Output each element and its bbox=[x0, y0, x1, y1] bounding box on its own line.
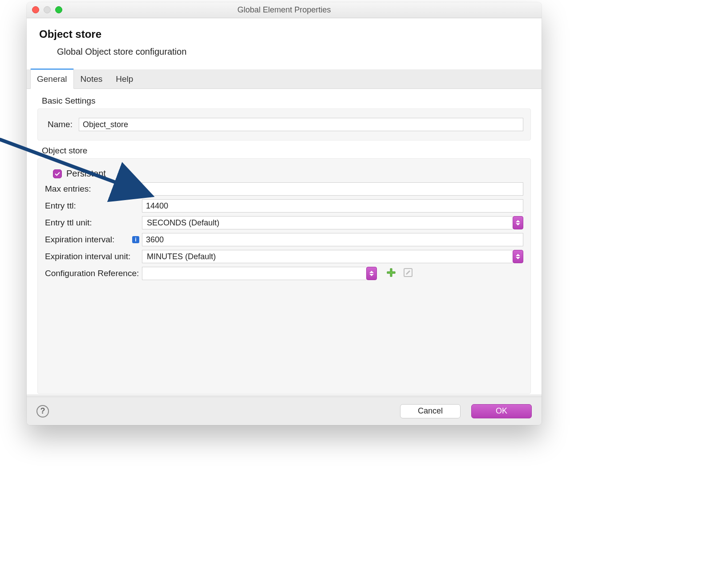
dialog-header: Object store Global Object store configu… bbox=[27, 18, 542, 69]
object-store-panel: Persistent Max entries: Entry ttl: Entry… bbox=[37, 158, 531, 394]
chevron-updown-icon bbox=[513, 250, 523, 263]
configuration-reference-label: Configuration Reference: bbox=[45, 269, 142, 278]
ok-button[interactable]: OK bbox=[471, 404, 532, 418]
configuration-reference-value bbox=[142, 267, 366, 280]
configuration-reference-select[interactable] bbox=[142, 267, 377, 280]
dialog-footer: ? Cancel OK bbox=[27, 397, 542, 425]
tab-content: Basic Settings Name: Object store Persis… bbox=[27, 88, 542, 394]
tab-bar: General Notes Help bbox=[27, 69, 542, 89]
basic-settings-label: Basic Settings bbox=[42, 96, 529, 106]
object-store-label: Object store bbox=[42, 146, 529, 156]
basic-settings-panel: Name: bbox=[37, 108, 531, 140]
expiration-interval-unit-value: MINUTES (Default) bbox=[142, 250, 513, 263]
entry-ttl-unit-select[interactable]: SECONDS (Default) bbox=[142, 216, 523, 229]
minimize-window-button[interactable] bbox=[44, 6, 51, 13]
help-icon[interactable]: ? bbox=[36, 405, 49, 417]
titlebar: Global Element Properties bbox=[27, 2, 542, 18]
window-title: Global Element Properties bbox=[237, 5, 331, 15]
tab-general[interactable]: General bbox=[30, 68, 74, 89]
expiration-interval-label-wrap: Expiration interval: i bbox=[45, 235, 142, 245]
max-entries-input[interactable] bbox=[142, 182, 523, 196]
entry-ttl-label: Entry ttl: bbox=[45, 201, 142, 211]
expiration-interval-label: Expiration interval: bbox=[45, 235, 132, 245]
window-controls bbox=[32, 6, 62, 13]
max-entries-label: Max entries: bbox=[45, 184, 142, 194]
info-icon: i bbox=[132, 236, 139, 243]
dialog-window: Global Element Properties Object store G… bbox=[27, 2, 542, 425]
persistent-checkbox[interactable] bbox=[53, 169, 62, 178]
persistent-label: Persistent bbox=[66, 169, 106, 179]
page-title: Object store bbox=[39, 28, 529, 40]
entry-ttl-unit-value: SECONDS (Default) bbox=[142, 216, 513, 229]
expiration-interval-input[interactable] bbox=[142, 233, 523, 246]
edit-icon[interactable] bbox=[403, 267, 413, 280]
check-icon bbox=[54, 171, 61, 177]
entry-ttl-unit-label: Entry ttl unit: bbox=[45, 218, 142, 228]
tab-help[interactable]: Help bbox=[109, 69, 140, 89]
entry-ttl-input[interactable] bbox=[142, 199, 523, 213]
tab-notes[interactable]: Notes bbox=[74, 69, 109, 89]
chevron-updown-icon bbox=[366, 267, 377, 280]
name-label: Name: bbox=[48, 120, 79, 129]
expiration-interval-unit-label: Expiration interval unit: bbox=[45, 252, 142, 261]
zoom-window-button[interactable] bbox=[55, 6, 62, 13]
expiration-interval-unit-select[interactable]: MINUTES (Default) bbox=[142, 250, 523, 263]
add-icon[interactable] bbox=[386, 267, 396, 280]
cancel-button[interactable]: Cancel bbox=[400, 404, 461, 418]
close-window-button[interactable] bbox=[32, 6, 39, 13]
chevron-updown-icon bbox=[513, 216, 523, 229]
name-input[interactable] bbox=[79, 118, 523, 131]
page-subtitle: Global Object store configuration bbox=[57, 47, 529, 57]
